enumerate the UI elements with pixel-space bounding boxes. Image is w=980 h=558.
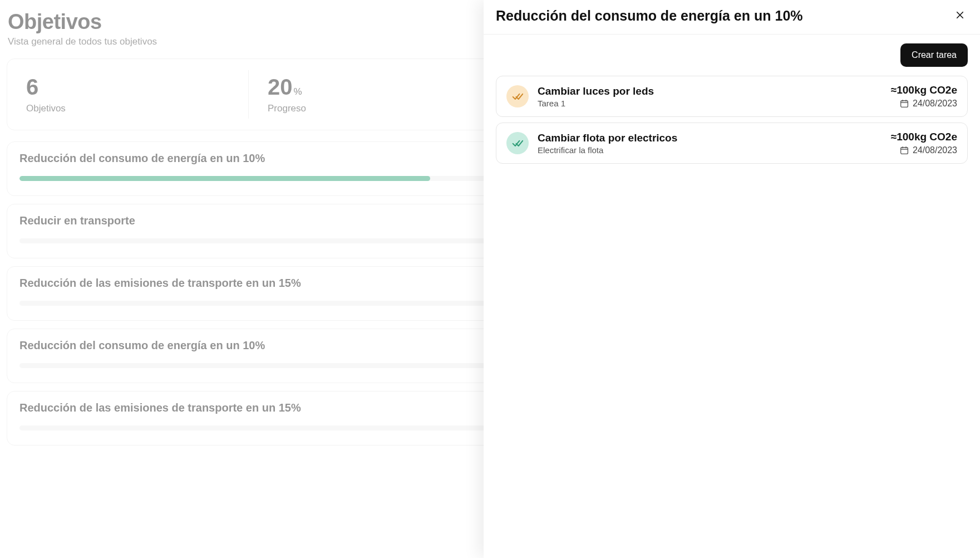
task-title: Cambiar luces por leds [538, 85, 882, 97]
task-subtitle: Electrificar la flota [538, 145, 882, 155]
double-check-icon [512, 91, 523, 102]
task-title: Cambiar flota por electricos [538, 132, 882, 144]
close-icon [955, 10, 965, 20]
task-date: 24/08/2023 [891, 99, 957, 109]
panel-title: Reducción del consumo de energía en un 1… [496, 8, 803, 24]
calendar-icon [899, 145, 909, 155]
task-card[interactable]: Cambiar flota por electricosElectrificar… [496, 123, 968, 164]
task-list: Cambiar luces por ledsTarea 1≈100kg CO2e… [484, 76, 980, 164]
objective-detail-panel: Reducción del consumo de energía en un 1… [484, 0, 980, 558]
task-date: 24/08/2023 [891, 145, 957, 155]
task-metric: ≈100kg CO2e [891, 84, 957, 96]
close-panel-button[interactable] [952, 8, 968, 24]
calendar-icon [899, 99, 909, 109]
task-metric: ≈100kg CO2e [891, 131, 957, 143]
double-check-icon [512, 138, 523, 149]
create-task-button[interactable]: Crear tarea [900, 43, 968, 67]
task-status-icon [506, 85, 529, 107]
task-subtitle: Tarea 1 [538, 99, 882, 108]
task-status-icon [506, 132, 529, 154]
task-card[interactable]: Cambiar luces por ledsTarea 1≈100kg CO2e… [496, 76, 968, 117]
